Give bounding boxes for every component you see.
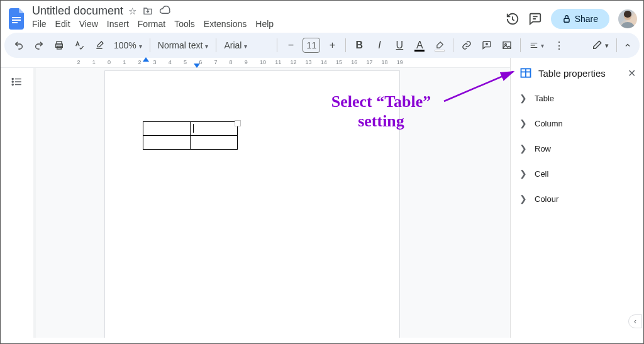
section-cell[interactable]: ❯ Cell bbox=[511, 161, 643, 186]
history-icon[interactable] bbox=[506, 12, 519, 26]
section-column[interactable]: ❯ Column bbox=[511, 111, 643, 136]
ruler-tick: 19 bbox=[397, 59, 403, 65]
insert-image-icon[interactable] bbox=[499, 36, 515, 54]
separator bbox=[216, 38, 216, 52]
spellcheck-icon[interactable] bbox=[71, 36, 87, 54]
menu-view[interactable]: View bbox=[79, 19, 98, 29]
font-select[interactable]: Arial bbox=[221, 40, 272, 50]
align-select-icon[interactable] bbox=[526, 36, 547, 54]
chevron-right-icon: ❯ bbox=[519, 169, 526, 179]
ruler-tick: 1 bbox=[123, 59, 126, 65]
insert-link-icon[interactable] bbox=[458, 36, 475, 54]
ruler-tick: 14 bbox=[321, 59, 327, 65]
document-table[interactable] bbox=[143, 121, 238, 150]
ruler-tick: 10 bbox=[260, 59, 266, 65]
underline-icon[interactable]: U bbox=[391, 36, 408, 54]
toolbar: 100% Normal text Arial − 11 + B I U A ⋮ bbox=[4, 33, 640, 58]
table-drag-handle[interactable] bbox=[235, 120, 241, 126]
editing-mode-select[interactable]: ▾ bbox=[591, 40, 611, 51]
separator bbox=[277, 38, 277, 52]
section-label: Cell bbox=[535, 169, 548, 179]
document-title[interactable]: Untitled document bbox=[32, 4, 123, 18]
ruler-tick: 5 bbox=[184, 59, 187, 65]
paragraph-style-select[interactable]: Normal text bbox=[155, 40, 211, 50]
section-label: Colour bbox=[535, 194, 558, 204]
menu-file[interactable]: File bbox=[32, 19, 47, 29]
horizontal-ruler[interactable]: 21012345678910111213141516171819 bbox=[1, 58, 510, 68]
menu-tools[interactable]: Tools bbox=[174, 19, 195, 29]
ruler-tick: 4 bbox=[169, 59, 172, 65]
increase-font-icon[interactable]: + bbox=[324, 36, 340, 54]
document-outline-icon[interactable] bbox=[9, 74, 25, 89]
ruler-tick: 0 bbox=[108, 59, 111, 65]
chevron-right-icon: ❯ bbox=[519, 93, 526, 103]
ruler-tick: 2 bbox=[138, 59, 141, 65]
menu-extensions[interactable]: Extensions bbox=[204, 19, 247, 29]
ruler-tick: 11 bbox=[275, 59, 281, 65]
separator bbox=[345, 38, 346, 52]
bold-icon[interactable]: B bbox=[351, 36, 367, 54]
chevron-right-icon: ❯ bbox=[519, 194, 526, 204]
zoom-select[interactable]: 100% bbox=[111, 40, 145, 50]
ruler-tick: 12 bbox=[290, 59, 296, 65]
chevron-right-icon: ❯ bbox=[519, 143, 526, 153]
avatar[interactable] bbox=[618, 9, 637, 28]
paint-format-icon[interactable] bbox=[91, 36, 108, 54]
svg-rect-1 bbox=[12, 19, 21, 21]
menu-insert[interactable]: Insert bbox=[107, 19, 129, 29]
document-page[interactable] bbox=[104, 70, 400, 338]
svg-rect-0 bbox=[12, 17, 21, 18]
svg-rect-2 bbox=[12, 22, 18, 23]
redo-icon[interactable] bbox=[31, 36, 47, 54]
ruler-tick: 3 bbox=[153, 59, 157, 65]
font-size-input[interactable]: 11 bbox=[303, 38, 320, 53]
separator bbox=[150, 38, 150, 52]
decrease-font-icon[interactable]: − bbox=[282, 36, 299, 54]
separator bbox=[616, 38, 617, 52]
ruler-tick: 15 bbox=[336, 59, 342, 65]
svg-rect-8 bbox=[503, 42, 511, 49]
menu-format[interactable]: Format bbox=[138, 19, 165, 29]
section-label: Column bbox=[535, 119, 563, 128]
table-properties-panel: Table properties ✕ ❯ Table ❯ Column ❯ Ro… bbox=[510, 58, 643, 338]
svg-point-10 bbox=[12, 79, 13, 80]
chevron-right-icon: ❯ bbox=[519, 118, 526, 128]
ruler-tick: 8 bbox=[230, 59, 233, 65]
ruler-tick: 2 bbox=[77, 59, 80, 65]
star-icon[interactable]: ☆ bbox=[128, 6, 136, 17]
section-colour[interactable]: ❯ Colour bbox=[511, 186, 643, 211]
italic-icon[interactable]: I bbox=[371, 36, 387, 54]
undo-icon[interactable] bbox=[11, 36, 27, 54]
section-table[interactable]: ❯ Table bbox=[511, 86, 643, 111]
ruler-tick: 7 bbox=[214, 59, 217, 65]
svg-rect-3 bbox=[564, 18, 569, 22]
cloud-status-icon[interactable] bbox=[159, 6, 170, 17]
menu-help[interactable]: Help bbox=[255, 19, 274, 29]
share-label: Share bbox=[575, 14, 598, 24]
separator bbox=[453, 38, 453, 52]
menu-edit[interactable]: Edit bbox=[55, 19, 70, 29]
ruler-tick: 18 bbox=[382, 59, 388, 65]
docs-logo[interactable] bbox=[7, 9, 27, 29]
show-side-panel-icon[interactable]: ‹ bbox=[628, 314, 642, 328]
panel-title: Table properties bbox=[538, 68, 621, 79]
close-panel-icon[interactable]: ✕ bbox=[628, 67, 636, 79]
hide-menus-icon[interactable] bbox=[622, 40, 633, 51]
lock-icon bbox=[562, 14, 571, 23]
section-label: Row bbox=[535, 144, 551, 153]
comments-icon[interactable] bbox=[528, 12, 542, 26]
table-properties-icon bbox=[519, 67, 532, 79]
print-icon[interactable] bbox=[51, 36, 67, 54]
ruler-tick: 17 bbox=[366, 59, 372, 65]
text-color-icon[interactable]: A bbox=[411, 36, 428, 54]
text-caret bbox=[193, 124, 194, 133]
separator bbox=[520, 38, 521, 52]
share-button[interactable]: Share bbox=[551, 9, 609, 29]
more-icon[interactable]: ⋮ bbox=[551, 36, 567, 54]
highlight-color-icon[interactable] bbox=[431, 36, 448, 54]
ruler-tick: 6 bbox=[199, 59, 202, 65]
section-row[interactable]: ❯ Row bbox=[511, 136, 643, 161]
ruler-tick: 13 bbox=[306, 59, 312, 65]
add-comment-icon[interactable] bbox=[479, 36, 495, 54]
move-icon[interactable] bbox=[143, 6, 153, 17]
